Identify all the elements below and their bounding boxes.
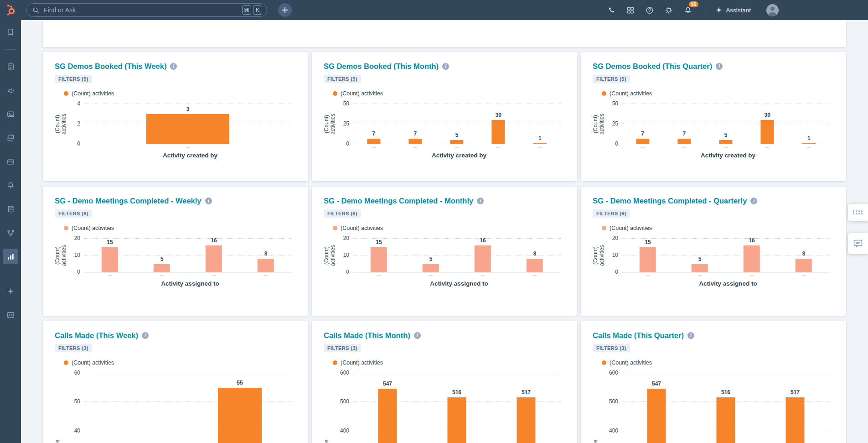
- y-tick-label: 500: [609, 398, 618, 405]
- code-box-icon: [6, 311, 15, 319]
- report-title[interactable]: Calls Made (This Month): [324, 331, 410, 340]
- bar[interactable]: [492, 120, 505, 144]
- notifications-bell-icon[interactable]: 95: [681, 3, 695, 17]
- info-icon[interactable]: i: [716, 63, 723, 70]
- partial-card-above: [43, 20, 846, 47]
- bar[interactable]: [378, 389, 397, 443]
- bar-slot: 3: [84, 104, 292, 144]
- bar[interactable]: [533, 143, 547, 144]
- bar[interactable]: [744, 245, 760, 272]
- search-input[interactable]: [43, 6, 238, 14]
- user-avatar[interactable]: [766, 4, 779, 16]
- bar[interactable]: [218, 388, 262, 443]
- bar[interactable]: [796, 259, 812, 272]
- bar[interactable]: [527, 259, 543, 272]
- bar[interactable]: [517, 397, 535, 443]
- sidebar-item-payments[interactable]: [0, 150, 21, 173]
- x-axis-label: Activity created by: [353, 152, 565, 159]
- y-tick-label: 10: [612, 252, 618, 258]
- bar[interactable]: [206, 245, 222, 272]
- bar-value-label: 8: [264, 250, 268, 257]
- report-title[interactable]: Calls Made (This Quarter): [593, 331, 684, 340]
- alarm-bell-icon: [6, 181, 15, 190]
- assistant-button[interactable]: Assistant: [713, 6, 753, 14]
- bar[interactable]: [692, 264, 708, 273]
- plot-area: 3: [84, 104, 292, 144]
- sidebar-item-bookmarks[interactable]: [0, 20, 21, 44]
- bar[interactable]: [761, 120, 774, 144]
- info-icon[interactable]: i: [442, 63, 449, 70]
- edge-panel: [848, 204, 868, 254]
- bar[interactable]: [423, 264, 439, 273]
- info-icon[interactable]: i: [205, 198, 212, 204]
- navbar-divider: [704, 5, 704, 15]
- bar[interactable]: [450, 140, 463, 144]
- bar[interactable]: [258, 259, 274, 272]
- filters-badge[interactable]: FILTERS (6): [55, 209, 92, 218]
- bar[interactable]: [371, 247, 387, 273]
- bar[interactable]: [716, 397, 735, 443]
- bar[interactable]: [785, 397, 804, 443]
- filters-badge[interactable]: FILTERS (6): [593, 209, 630, 218]
- info-icon[interactable]: i: [170, 63, 177, 70]
- sidebar-item-content[interactable]: [0, 102, 21, 126]
- bar-value-label: 15: [107, 239, 113, 245]
- info-icon[interactable]: i: [142, 332, 149, 339]
- report-title[interactable]: SG - Demo Meetings Completed - Weekly: [55, 197, 202, 205]
- bar[interactable]: [102, 247, 118, 273]
- sidebar-item-marketing[interactable]: [0, 78, 21, 102]
- bar[interactable]: [475, 245, 491, 272]
- sidebar-item-developer[interactable]: [0, 303, 21, 327]
- filters-badge[interactable]: FILTERS (5): [593, 75, 630, 83]
- phone-icon[interactable]: [604, 3, 618, 17]
- filters-badge[interactable]: FILTERS (6): [324, 209, 361, 218]
- report-title[interactable]: SG Demos Booked (This Quarter): [593, 62, 712, 71]
- create-button[interactable]: [278, 3, 292, 17]
- info-icon[interactable]: i: [687, 332, 694, 339]
- bar[interactable]: [802, 143, 816, 144]
- info-icon[interactable]: i: [477, 198, 484, 204]
- bar[interactable]: [367, 139, 380, 144]
- legend-dot: [333, 226, 337, 230]
- sidebar-item-commerce[interactable]: [0, 126, 21, 150]
- report-title[interactable]: Calls Made (This Week): [55, 331, 138, 340]
- report-title[interactable]: SG - Demo Meetings Completed - Monthly: [324, 197, 473, 205]
- bar[interactable]: [719, 140, 732, 144]
- filters-badge[interactable]: FILTERS (5): [324, 75, 361, 83]
- marketplace-icon[interactable]: [624, 3, 637, 17]
- bar[interactable]: [146, 114, 229, 144]
- y-tick-label: 25: [343, 120, 349, 127]
- help-icon[interactable]: [643, 3, 656, 17]
- hubspot-logo-icon[interactable]: [0, 0, 21, 20]
- filters-badge[interactable]: FILTERS (3): [55, 344, 92, 352]
- bar[interactable]: [408, 139, 422, 144]
- bar-value-label: 7: [372, 130, 375, 137]
- info-icon[interactable]: i: [750, 198, 757, 204]
- filters-badge[interactable]: FILTERS (3): [324, 344, 361, 352]
- sidebar-item-automations[interactable]: [0, 221, 21, 245]
- drag-handle-button[interactable]: [848, 204, 868, 221]
- info-icon[interactable]: i: [414, 332, 421, 339]
- sidebar-item-reporting[interactable]: [0, 245, 21, 268]
- filters-badge[interactable]: FILTERS (5): [55, 75, 92, 83]
- global-search[interactable]: ⌘ K: [26, 3, 267, 17]
- bar[interactable]: [447, 397, 466, 443]
- report-title[interactable]: SG Demos Booked (This Month): [324, 62, 439, 71]
- bar[interactable]: [677, 139, 691, 144]
- report-title[interactable]: SG Demos Booked (This Week): [55, 62, 166, 71]
- sidebar-item-ai[interactable]: [0, 279, 21, 303]
- filters-badge[interactable]: FILTERS (3): [593, 344, 630, 352]
- bar-chart: (Count) activities 024 3: [55, 104, 296, 144]
- legend-label: (Count) activities: [72, 225, 114, 231]
- bar[interactable]: [636, 139, 649, 144]
- sidebar-item-data[interactable]: [0, 197, 21, 221]
- bar[interactable]: [647, 389, 666, 443]
- feedback-button[interactable]: [848, 233, 868, 254]
- report-title[interactable]: SG - Demo Meetings Completed - Quarterly: [593, 197, 747, 205]
- sidebar-item-alerts[interactable]: [0, 173, 21, 197]
- settings-gear-icon[interactable]: [662, 3, 676, 17]
- sidebar-item-crm[interactable]: [0, 55, 21, 78]
- bar[interactable]: [154, 264, 170, 273]
- bar[interactable]: [640, 247, 656, 273]
- bar-value-label: 1: [538, 135, 542, 141]
